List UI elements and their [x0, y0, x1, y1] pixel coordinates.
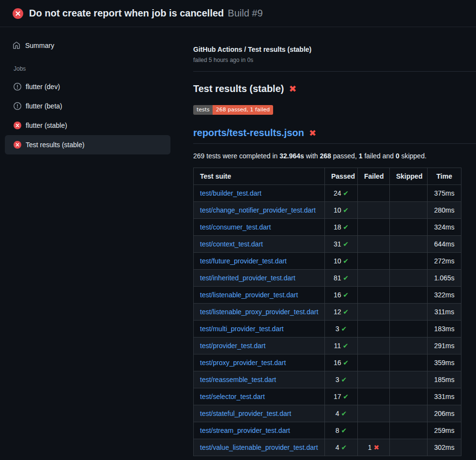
time-cell: 324ms: [428, 219, 461, 236]
failed-cell: [358, 337, 390, 354]
skipped-cell: [390, 236, 428, 253]
passed-cell: 18 ✔: [325, 219, 358, 236]
time-cell: 644ms: [428, 236, 461, 253]
passed-check-icon: ✔: [343, 393, 349, 400]
passed-cell: 10 ✔: [325, 202, 358, 219]
skipped-cell: [390, 185, 428, 202]
passed-check-icon: ✔: [343, 274, 349, 282]
suite-cell: test/selector_test.dart: [194, 388, 325, 405]
test-suite-link[interactable]: test/multi_provider_test.dart: [200, 325, 284, 333]
sidebar-job-flutter-beta[interactable]: flutter (beta): [5, 96, 170, 116]
suite-cell: test/listenable_provider_test.dart: [194, 287, 325, 304]
table-row: test/listenable_provider_test.dart16 ✔32…: [194, 287, 461, 304]
failed-x-icon: ✖: [289, 84, 296, 93]
skipped-cell: [390, 371, 428, 388]
table-row: test/stream_provider_test.dart8 ✔259ms: [194, 422, 461, 439]
passed-cell: 4 ✔: [325, 439, 358, 456]
test-suite-link[interactable]: test/context_test.dart: [200, 240, 263, 248]
skipped-cell: [390, 422, 428, 439]
test-suite-link[interactable]: test/stateful_provider_test.dart: [200, 410, 291, 417]
passed-check-icon: ✔: [343, 223, 349, 231]
table-row: test/future_provider_test.dart10 ✔272ms: [194, 253, 461, 270]
test-suite-link[interactable]: test/change_notifier_provider_test.dart: [200, 206, 316, 214]
time-cell: 375ms: [428, 185, 461, 202]
neutral-status-icon: [14, 83, 21, 91]
test-suite-link[interactable]: test/inherited_provider_test.dart: [200, 274, 295, 282]
skipped-cell: [390, 270, 428, 287]
failed-x-icon: ✖: [309, 129, 316, 138]
skipped-cell: [390, 219, 428, 236]
job-label: flutter (stable): [26, 122, 67, 129]
test-suite-link[interactable]: test/value_listenable_provider_test.dart: [200, 444, 318, 451]
table-row: test/stateful_provider_test.dart4 ✔206ms: [194, 405, 461, 422]
failed-cell: [358, 253, 390, 270]
suite-cell: test/listenable_proxy_provider_test.dart: [194, 304, 325, 321]
passed-check-icon: ✔: [341, 427, 347, 434]
sidebar-job-flutter-dev[interactable]: flutter (dev): [5, 77, 170, 96]
failed-cell: [358, 304, 390, 321]
sidebar-item-summary[interactable]: Summary: [5, 38, 170, 53]
skipped-cell: [390, 337, 428, 354]
time-cell: 206ms: [428, 405, 461, 422]
failed-check-icon: [13, 8, 23, 19]
table-row: test/multi_provider_test.dart3 ✔183ms: [194, 321, 461, 337]
passed-check-icon: ✔: [343, 189, 349, 197]
suite-cell: test/stateful_provider_test.dart: [194, 405, 325, 422]
test-suite-link[interactable]: test/future_provider_test.dart: [200, 257, 287, 265]
test-suite-link[interactable]: test/selector_test.dart: [200, 393, 265, 400]
table-row: test/proxy_provider_test.dart16 ✔359ms: [194, 354, 461, 371]
report-heading: reports/test-results.json ✖: [193, 127, 476, 144]
test-suite-link[interactable]: test/listenable_provider_test.dart: [200, 291, 298, 299]
summary-text-segment: failed and: [363, 152, 396, 160]
passed-check-icon: ✔: [343, 359, 349, 367]
test-suite-link[interactable]: test/reassemble_test.dart: [200, 376, 276, 383]
suite-cell: test/change_notifier_provider_test.dart: [194, 202, 325, 219]
table-row: test/change_notifier_provider_test.dart1…: [194, 202, 461, 219]
job-label: flutter (dev): [26, 83, 60, 91]
passed-check-icon: ✔: [343, 342, 349, 350]
time-cell: 311ms: [428, 304, 461, 321]
time-cell: 331ms: [428, 388, 461, 405]
suite-cell: test/stream_provider_test.dart: [194, 422, 325, 439]
test-suite-link[interactable]: test/proxy_provider_test.dart: [200, 359, 286, 367]
failed-cell: 1 ✖: [358, 439, 390, 456]
passed-check-icon: ✔: [341, 410, 347, 417]
failed-cell: [358, 405, 390, 422]
failed-cell: [358, 371, 390, 388]
main-content: GitHub Actions / Test results (stable) f…: [193, 27, 476, 456]
passed-check-icon: ✔: [343, 240, 349, 248]
time-cell: 322ms: [428, 287, 461, 304]
neutral-status-icon: [14, 102, 21, 110]
time-cell: 183ms: [428, 321, 461, 337]
report-link[interactable]: reports/test-results.json: [193, 127, 304, 138]
failed-cell: [358, 422, 390, 439]
test-suite-link[interactable]: test/builder_test.dart: [200, 189, 261, 197]
passed-cell: 16 ✔: [325, 287, 358, 304]
job-label: Test results (stable): [26, 141, 84, 149]
jobs-heading: Jobs: [14, 65, 175, 72]
suite-cell: test/consumer_test.dart: [194, 219, 325, 236]
suite-cell: test/value_listenable_provider_test.dart: [194, 439, 325, 456]
tests-badge-value: 268 passed, 1 failed: [213, 105, 273, 115]
sidebar-job-flutter-stable[interactable]: flutter (stable): [5, 116, 170, 135]
test-suite-link[interactable]: test/provider_test.dart: [200, 342, 265, 350]
skipped-cell: [390, 253, 428, 270]
suite-cell: test/reassemble_test.dart: [194, 371, 325, 388]
test-suite-link[interactable]: test/listenable_proxy_provider_test.dart: [200, 308, 318, 316]
time-cell: 185ms: [428, 371, 461, 388]
table-row: test/context_test.dart31 ✔644ms: [194, 236, 461, 253]
sidebar-job-test-results-stable[interactable]: Test results (stable): [5, 135, 170, 154]
time-cell: 272ms: [428, 253, 461, 270]
divider: [193, 71, 476, 72]
test-suite-link[interactable]: test/consumer_test.dart: [200, 223, 271, 231]
summary-text-segment: 268: [320, 152, 331, 160]
time-cell: 291ms: [428, 337, 461, 354]
job-label: flutter (beta): [26, 102, 62, 110]
summary-text-segment: 1: [359, 152, 363, 160]
table-row: test/inherited_provider_test.dart81 ✔1.0…: [194, 270, 461, 287]
test-suite-link[interactable]: test/stream_provider_test.dart: [200, 427, 290, 434]
summary-text-segment: with: [304, 152, 320, 160]
summary-text-segment: passed,: [331, 152, 359, 160]
summary-label: Summary: [25, 42, 54, 49]
skipped-cell: [390, 405, 428, 422]
